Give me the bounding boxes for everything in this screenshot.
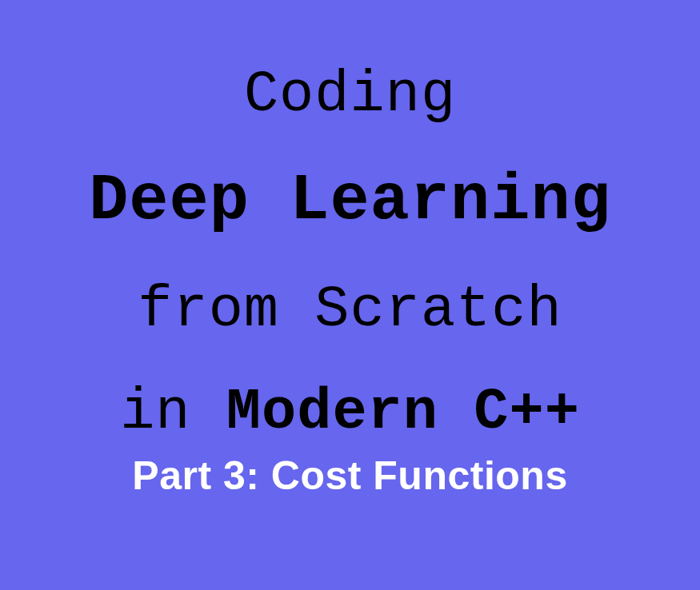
title-line-1: Coding	[244, 64, 456, 127]
subtitle: Part 3: Cost Functions	[132, 452, 567, 499]
title-line-2: Deep Learning	[89, 165, 611, 237]
title-line-3: from Scratch	[138, 279, 562, 342]
title-line-4-prefix: in	[120, 380, 226, 445]
title-line-4-bold: Modern C++	[226, 380, 580, 445]
title-line-4: in Modern C++	[120, 381, 580, 444]
graphic-title-block: Coding Deep Learning from Scratch in Mod…	[0, 64, 700, 499]
